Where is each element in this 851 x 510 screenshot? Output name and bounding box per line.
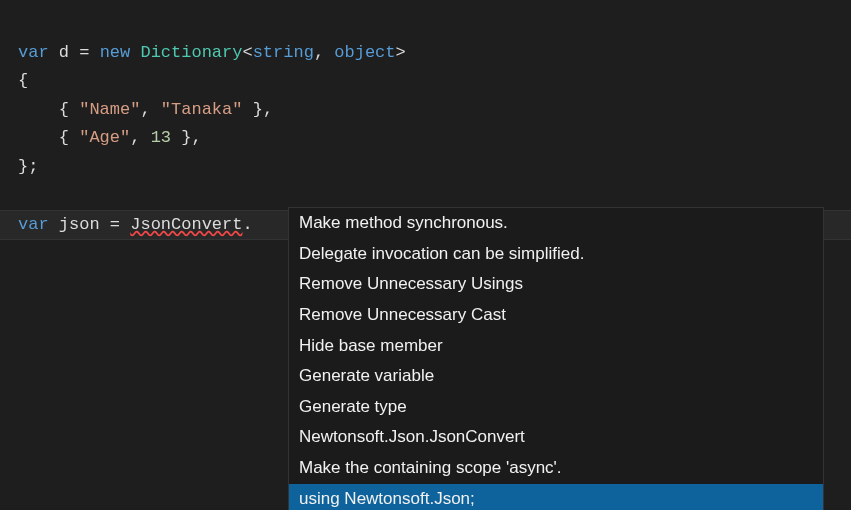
type-object: object xyxy=(334,43,395,62)
menu-item-using-newtonsoft[interactable]: using Newtonsoft.Json; xyxy=(289,484,823,510)
menu-item-delegate-simplify[interactable]: Delegate invocation can be simplified. xyxy=(289,239,823,270)
keyword-new: new xyxy=(100,43,131,62)
identifier: json xyxy=(59,215,100,234)
type-string: string xyxy=(253,43,314,62)
code-line-2: { xyxy=(18,71,28,90)
menu-item-generate-variable[interactable]: Generate variable xyxy=(289,361,823,392)
code-line-blank xyxy=(18,185,28,204)
string-literal: "Age" xyxy=(79,128,130,147)
number-literal: 13 xyxy=(151,128,171,147)
menu-item-newtonsoft-qualify[interactable]: Newtonsoft.Json.JsonConvert xyxy=(289,422,823,453)
menu-item-make-synchronous[interactable]: Make method synchronous. xyxy=(289,208,823,239)
type-dictionary: Dictionary xyxy=(140,43,242,62)
menu-item-remove-usings[interactable]: Remove Unnecessary Usings xyxy=(289,269,823,300)
code-line-1: var d = new Dictionary<string, object> xyxy=(18,43,406,62)
quick-actions-menu[interactable]: Make method synchronous. Delegate invoca… xyxy=(288,207,824,510)
string-literal: "Name" xyxy=(79,100,140,119)
keyword-var: var xyxy=(18,43,49,62)
menu-item-generate-type[interactable]: Generate type xyxy=(289,392,823,423)
menu-item-hide-base[interactable]: Hide base member xyxy=(289,331,823,362)
menu-item-make-async[interactable]: Make the containing scope 'async'. xyxy=(289,453,823,484)
code-line-5: }; xyxy=(18,157,38,176)
code-line-4: { "Age", 13 }, xyxy=(18,128,202,147)
menu-item-remove-cast[interactable]: Remove Unnecessary Cast xyxy=(289,300,823,331)
code-line-3: { "Name", "Tanaka" }, xyxy=(18,100,273,119)
identifier-error: JsonConvert xyxy=(130,215,242,234)
keyword-var: var xyxy=(18,215,49,234)
identifier: d xyxy=(59,43,69,62)
string-literal: "Tanaka" xyxy=(161,100,243,119)
